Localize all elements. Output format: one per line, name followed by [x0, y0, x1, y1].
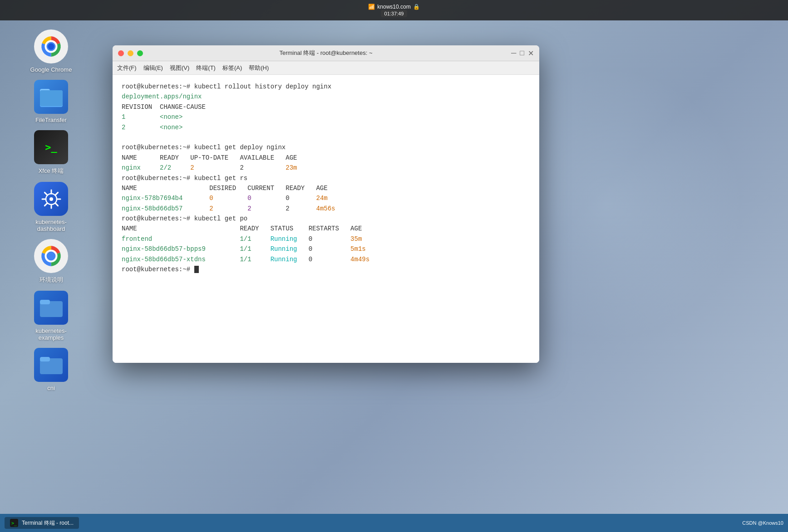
- minimize-button[interactable]: [128, 50, 133, 56]
- svg-line-15: [55, 203, 58, 206]
- sidebar-item-label-env: 环境说明: [39, 276, 63, 284]
- cursor: [194, 266, 199, 273]
- svg-rect-7: [40, 90, 63, 106]
- traffic-lights: [118, 50, 143, 56]
- terminal-window: Terminal 终端 - root@kubernetes: ~ ─ □ ✕ 文…: [113, 45, 539, 363]
- sidebar-item-label-k8s-examples: kubernetes-examples: [35, 327, 67, 341]
- menu-view[interactable]: 视图(V): [170, 64, 189, 72]
- terminal-line: nginx-58bd66db57-bpps9 1/1 Running 0 5m1…: [122, 244, 530, 254]
- filetransfer-icon: [34, 80, 68, 114]
- lock-icon: 🔒: [413, 4, 420, 10]
- restore-icon[interactable]: □: [520, 49, 524, 57]
- terminal-line: nginx 2/2 2 2 23m: [122, 163, 530, 173]
- terminal-line: NAME READY STATUS RESTARTS AGE: [122, 224, 530, 234]
- svg-line-14: [44, 192, 47, 195]
- menu-file[interactable]: 文件(F): [117, 64, 137, 72]
- terminal-line: nginx-58bd66db57-xtdns 1/1 Running 0 4m4…: [122, 254, 530, 264]
- terminal-line: root@kubernetes:~# kubectl get rs: [122, 173, 530, 183]
- terminal-line: REVISION CHANGE-CAUSE: [122, 102, 530, 112]
- terminal-line: nginx-58bd66db57 2 2 2 4m56s: [122, 204, 530, 214]
- cni-icon: [34, 348, 68, 382]
- sidebar-item-label-k8s: kubernetes-dashboard: [35, 219, 67, 232]
- sidebar-item-label-chrome: Google Chrome: [30, 66, 72, 73]
- terminal-line: NAME DESIRED CURRENT READY AGE: [122, 183, 530, 193]
- sidebar-item-google-chrome[interactable]: Google Chrome: [22, 29, 81, 73]
- terminal-line: [122, 132, 530, 142]
- svg-point-9: [49, 197, 53, 201]
- svg-point-4: [48, 44, 54, 50]
- taskbar-terminal-item[interactable]: >_ Terminal 终端 - root...: [5, 517, 79, 529]
- terminal-line: 2 <none>: [122, 122, 530, 132]
- minimize-icon[interactable]: ─: [511, 49, 516, 57]
- terminal-line: 1 <none>: [122, 112, 530, 122]
- terminal-line: root@kubernetes:~# kubectl get deploy ng…: [122, 142, 530, 152]
- menu-edit[interactable]: 编辑(E): [143, 64, 163, 72]
- desktop: 📶 knows10.com 🔒 01:37:49: [0, 0, 788, 532]
- svg-rect-22: [40, 300, 50, 304]
- close-icon[interactable]: ✕: [528, 49, 534, 58]
- window-controls: ─ □ ✕: [511, 49, 534, 58]
- taskbar: >_ Terminal 终端 - root... CSDN @Knows10: [0, 514, 788, 532]
- svg-line-16: [55, 192, 58, 195]
- sidebar-item-label-filetransfer: FileTransfer: [35, 117, 67, 123]
- terminal-title: Terminal 终端 - root@kubernetes: ~: [279, 49, 372, 57]
- sidebar: Google Chrome FileTransfer >_ Xfce 终端: [0, 20, 102, 518]
- sidebar-item-k8s-dashboard[interactable]: kubernetes-dashboard: [22, 182, 81, 232]
- k8s-examples-icon: [34, 291, 68, 325]
- sidebar-item-k8s-examples[interactable]: kubernetes-examples: [22, 291, 81, 341]
- menu-help[interactable]: 帮助(H): [249, 64, 269, 72]
- terminal-prompt: root@kubernetes:~#: [122, 264, 530, 274]
- terminal-line: frontend 1/1 Running 0 35m: [122, 234, 530, 244]
- menu-tabs[interactable]: 标签(A): [222, 64, 242, 72]
- sidebar-item-environment[interactable]: 环境说明: [22, 239, 81, 284]
- terminal-body[interactable]: root@kubernetes:~# kubectl rollout histo…: [113, 75, 539, 363]
- terminal-line: deployment.apps/nginx: [122, 92, 530, 102]
- menubar-url-text: knows10.com: [377, 4, 410, 10]
- terminal-menu: 文件(F) 编辑(E) 视图(V) 终端(T) 标签(A) 帮助(H): [113, 61, 539, 75]
- terminal-line: root@kubernetes:~# kubectl get po: [122, 214, 530, 224]
- sidebar-item-cni[interactable]: cni: [22, 348, 81, 391]
- menubar-time: 01:37:49: [381, 10, 408, 17]
- sidebar-item-xfce-terminal[interactable]: >_ Xfce 终端: [22, 130, 81, 175]
- xfce-terminal-icon: >_: [34, 130, 68, 164]
- menubar-url: 📶 knows10.com 🔒: [368, 4, 419, 10]
- svg-line-17: [44, 203, 47, 206]
- terminal-titlebar: Terminal 终端 - root@kubernetes: ~ ─ □ ✕: [113, 45, 539, 61]
- terminal-line: root@kubernetes:~# kubectl rollout histo…: [122, 82, 530, 92]
- chrome-icon: [34, 29, 68, 63]
- menu-terminal[interactable]: 终端(T): [196, 64, 216, 72]
- environment-icon: [34, 239, 68, 273]
- terminal-line: nginx-578b7694b4 0 0 0 24m: [122, 193, 530, 203]
- signal-icon: 📶: [368, 4, 375, 10]
- svg-point-20: [47, 252, 56, 261]
- k8s-dashboard-icon: [34, 182, 68, 216]
- sidebar-item-label-terminal: Xfce 终端: [39, 167, 64, 175]
- terminal-line: NAME READY UP-TO-DATE AVAILABLE AGE: [122, 153, 530, 163]
- sidebar-item-label-cni: cni: [47, 385, 55, 391]
- taskbar-terminal-icon: >_: [10, 519, 18, 527]
- menubar: 📶 knows10.com 🔒 01:37:49: [0, 0, 788, 20]
- close-button[interactable]: [118, 50, 124, 56]
- maximize-button[interactable]: [137, 50, 143, 56]
- taskbar-terminal-label: Terminal 终端 - root...: [22, 519, 74, 527]
- taskbar-right-text: CSDN @Knows10: [742, 520, 783, 526]
- svg-rect-24: [40, 357, 50, 361]
- sidebar-item-filetransfer[interactable]: FileTransfer: [22, 80, 81, 123]
